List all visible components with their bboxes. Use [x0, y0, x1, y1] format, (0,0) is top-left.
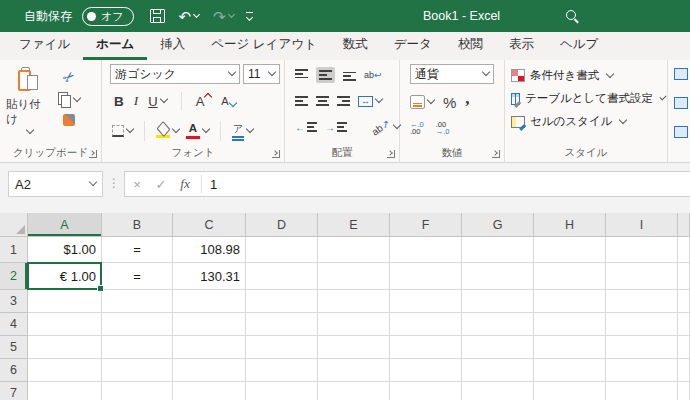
cell-G5[interactable] [462, 336, 534, 359]
cell-I7[interactable] [606, 382, 678, 400]
format-as-table-button[interactable]: テーブルとして書式設定 [505, 87, 667, 110]
decrease-font-button[interactable]: A [221, 95, 235, 107]
cell-B3[interactable] [102, 290, 173, 313]
increase-font-button[interactable]: A [196, 94, 212, 109]
font-color-button[interactable]: A [186, 123, 209, 139]
name-box-dropdown-icon[interactable] [89, 178, 97, 186]
cell-D7[interactable] [246, 382, 318, 400]
font-size-combo[interactable]: 11 [243, 64, 280, 84]
align-top-button[interactable] [295, 69, 308, 81]
align-right-button[interactable] [337, 95, 350, 107]
cell-H2[interactable] [534, 263, 606, 290]
cell-partial3[interactable] [678, 290, 690, 313]
format-cells-icon[interactable] [674, 126, 688, 138]
row-header-6[interactable]: 6 [0, 359, 28, 382]
cell-partial2[interactable] [678, 263, 690, 290]
font-dialog-launcher-icon[interactable] [272, 150, 280, 158]
row-header-1[interactable]: 1 [0, 237, 28, 263]
cell-C4[interactable] [173, 313, 246, 336]
row-header-4[interactable]: 4 [0, 313, 28, 336]
cell-A4[interactable] [28, 313, 102, 336]
tab-review[interactable]: 校閲 [445, 32, 496, 60]
cell-H4[interactable] [534, 313, 606, 336]
cell-G1[interactable] [462, 237, 534, 263]
cell-partial5[interactable] [678, 336, 690, 359]
undo-dropdown-icon[interactable] [193, 10, 200, 17]
column-header-H[interactable]: H [534, 213, 606, 237]
cell-E5[interactable] [318, 336, 390, 359]
tab-insert[interactable]: 挿入 [147, 32, 198, 60]
cell-partial4[interactable] [678, 313, 690, 336]
column-header-C[interactable]: C [173, 213, 246, 237]
redo-button[interactable]: ↷ [213, 9, 234, 24]
format-painter-button[interactable] [58, 114, 80, 126]
insert-cells-icon[interactable] [674, 68, 688, 80]
paste-button[interactable]: 貼り付け [6, 63, 50, 135]
alignment-dialog-launcher-icon[interactable] [387, 150, 395, 158]
tab-file[interactable]: ファイル [6, 32, 83, 60]
cell-F7[interactable] [390, 382, 462, 400]
number-format-combo[interactable]: 通貨 [410, 64, 494, 84]
cell-B6[interactable] [102, 359, 173, 382]
decrease-decimal-button[interactable]: .00→.0 [436, 121, 450, 135]
bold-button[interactable]: B [114, 94, 124, 109]
cell-A3[interactable] [28, 290, 102, 313]
cell-D5[interactable] [246, 336, 318, 359]
cell-A7[interactable] [28, 382, 102, 400]
cell-C7[interactable] [173, 382, 246, 400]
row-header-3[interactable]: 3 [0, 290, 28, 313]
cell-D3[interactable] [246, 290, 318, 313]
cell-C6[interactable] [173, 359, 246, 382]
cell-D1[interactable] [246, 237, 318, 263]
formula-content[interactable]: 1 [206, 177, 217, 192]
cell-G6[interactable] [462, 359, 534, 382]
copy-button[interactable] [58, 92, 80, 107]
search-icon[interactable] [566, 10, 576, 20]
paste-dropdown-icon[interactable] [25, 126, 33, 134]
save-icon[interactable] [150, 9, 165, 23]
column-header-I[interactable]: I [606, 213, 678, 237]
name-box[interactable]: A2 [8, 171, 103, 197]
cell-E4[interactable] [318, 313, 390, 336]
increase-decimal-button[interactable]: ←.0.00 [410, 121, 424, 135]
tab-home[interactable]: ホーム [83, 32, 147, 60]
cell-C1[interactable]: 108.98 [173, 237, 246, 263]
font-name-combo[interactable]: 游ゴシック [110, 64, 240, 84]
cell-D6[interactable] [246, 359, 318, 382]
clipboard-dialog-launcher-icon[interactable] [89, 150, 97, 158]
cell-G2[interactable] [462, 263, 534, 290]
column-header-partial[interactable] [678, 213, 690, 237]
phonetic-button[interactable]: ア [232, 124, 253, 138]
merge-center-button[interactable]: ↔ [358, 96, 382, 107]
cell-E7[interactable] [318, 382, 390, 400]
tab-help[interactable]: ヘルプ [547, 32, 611, 60]
align-left-button[interactable] [295, 95, 308, 107]
conditional-formatting-button[interactable]: 条件付き書式 [505, 64, 667, 87]
row-header-7[interactable]: 7 [0, 382, 28, 400]
cut-button[interactable]: ✂ [58, 69, 80, 85]
column-header-B[interactable]: B [102, 213, 173, 237]
cell-E2[interactable] [318, 263, 390, 290]
wrap-text-button[interactable]: ab↩ [364, 71, 382, 80]
cell-F6[interactable] [390, 359, 462, 382]
cell-G7[interactable] [462, 382, 534, 400]
cell-F4[interactable] [390, 313, 462, 336]
cell-I3[interactable] [606, 290, 678, 313]
align-middle-button[interactable] [316, 67, 335, 83]
decrease-indent-button[interactable]: ← [295, 121, 317, 133]
row-header-5[interactable]: 5 [0, 336, 28, 359]
cell-I4[interactable] [606, 313, 678, 336]
increase-indent-button[interactable]: → [325, 121, 347, 133]
cell-I2[interactable] [606, 263, 678, 290]
accounting-format-button[interactable] [410, 95, 434, 109]
cell-B1[interactable]: = [102, 237, 173, 263]
cell-E6[interactable] [318, 359, 390, 382]
cell-B4[interactable] [102, 313, 173, 336]
cell-A5[interactable] [28, 336, 102, 359]
cell-B7[interactable] [102, 382, 173, 400]
percent-style-button[interactable]: % [443, 94, 456, 111]
cell-F2[interactable] [390, 263, 462, 290]
align-bottom-button[interactable] [343, 69, 356, 81]
comma-style-button[interactable]: , [465, 96, 469, 103]
cell-styles-button[interactable]: セルのスタイル [505, 110, 667, 133]
